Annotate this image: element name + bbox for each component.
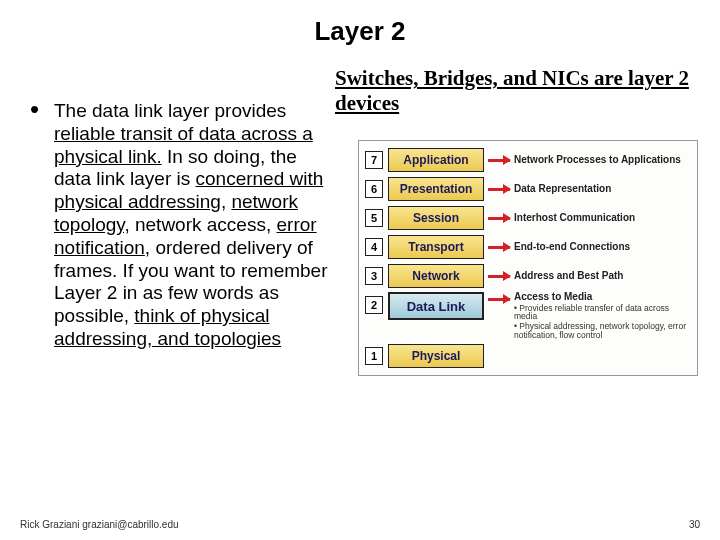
body-seg: The data link layer provides: [54, 100, 286, 121]
osi-row: 4 Transport End-to-end Connections: [365, 234, 691, 260]
layer-desc: Interhost Communication: [514, 213, 691, 224]
layer-desc: Address and Best Path: [514, 271, 691, 282]
layer-box: Application: [388, 148, 484, 172]
layer-number: 6: [365, 180, 383, 198]
osi-row: 6 Presentation Data Representation: [365, 176, 691, 202]
osi-row: 5 Session Interhost Communication: [365, 205, 691, 231]
body-seg: network access,: [130, 214, 277, 235]
layer-box-highlight: Data Link: [388, 292, 484, 320]
osi-row: 3 Network Address and Best Path: [365, 263, 691, 289]
footer: Rick Graziani graziani@cabrillo.edu 30: [20, 519, 700, 530]
subtitle: Switches, Bridges, and NICs are layer 2 …: [335, 66, 705, 116]
layer-box: Physical: [388, 344, 484, 368]
layer-desc: End-to-end Connections: [514, 242, 691, 253]
layer-number: 2: [365, 296, 383, 314]
layer-number: 4: [365, 238, 383, 256]
layer-desc-sub: Physical addressing, network topology, e…: [514, 322, 691, 340]
body-seg: ,: [221, 191, 232, 212]
layer-number: 1: [365, 347, 383, 365]
layer-box: Session: [388, 206, 484, 230]
arrow-right-icon: [484, 275, 514, 278]
arrow-right-icon: [484, 246, 514, 249]
layer-box: Presentation: [388, 177, 484, 201]
bullet-icon: •: [30, 100, 39, 118]
footer-author: Rick Graziani graziani@cabrillo.edu: [20, 519, 179, 530]
osi-row-highlight: 2 Data Link Access to Media Provides rel…: [365, 292, 691, 340]
arrow-right-icon: [484, 298, 514, 301]
page-number: 30: [689, 519, 700, 530]
layer-desc: Data Representation: [514, 184, 691, 195]
osi-row: 7 Application Network Processes to Appli…: [365, 147, 691, 173]
layer-number: 7: [365, 151, 383, 169]
layer-desc-title: Access to Media: [514, 291, 592, 302]
layer-desc-sub: Provides reliable transfer of data acros…: [514, 304, 691, 322]
osi-row: 1 Physical: [365, 343, 691, 369]
page-title: Layer 2: [0, 0, 720, 53]
layer-desc: Access to Media Provides reliable transf…: [514, 292, 691, 340]
body-paragraph: The data link layer provides reliable tr…: [54, 100, 339, 351]
layer-box: Transport: [388, 235, 484, 259]
layer-box: Network: [388, 264, 484, 288]
osi-diagram: 7 Application Network Processes to Appli…: [358, 140, 698, 376]
arrow-right-icon: [484, 159, 514, 162]
layer-desc: Network Processes to Applications: [514, 155, 691, 166]
layer-number: 3: [365, 267, 383, 285]
arrow-right-icon: [484, 217, 514, 220]
arrow-right-icon: [484, 188, 514, 191]
layer-number: 5: [365, 209, 383, 227]
